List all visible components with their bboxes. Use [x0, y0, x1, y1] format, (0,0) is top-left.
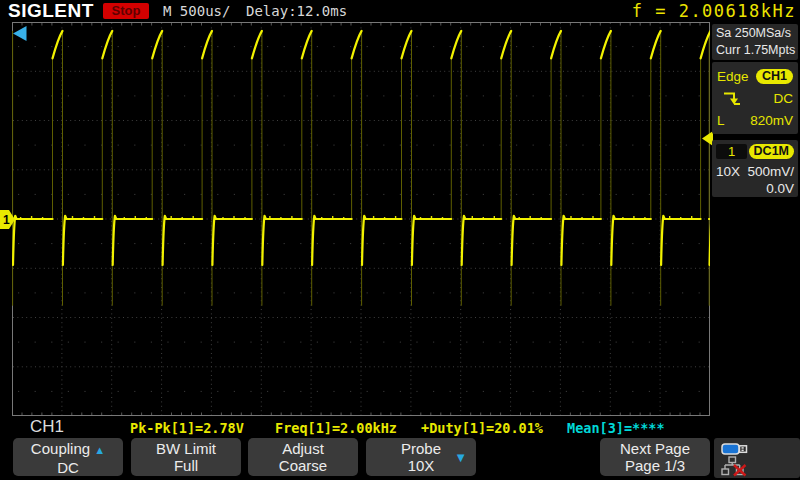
softkey-bw-limit[interactable]: BW Limit Full [131, 438, 241, 476]
trigger-position-arrow-icon[interactable] [12, 25, 28, 42]
channel1-offset-marker[interactable]: 1 [0, 210, 16, 229]
softkey-probe[interactable]: Probe 10X ▼ [366, 438, 476, 476]
falling-edge-icon [723, 90, 747, 107]
measurement-pkpk: Pk-Pk[1]=2.78V [130, 420, 244, 436]
oscilloscope-screen: SIGLENT Stop M 500us/ Delay:12.0ms f = 2… [0, 0, 800, 480]
measurement-duty: +Duty[1]=20.01% [421, 420, 543, 436]
softkey-coupling-label: Coupling [31, 440, 90, 457]
softkey-bw-limit-value: Full [131, 457, 241, 474]
channel1-info-box[interactable]: 1 DC1M 10X 500mV/ 0.0V [712, 140, 798, 197]
measure-channel-label: CH1 [30, 417, 64, 437]
trigger-type-label: Edge [717, 69, 749, 84]
siglent-logo: SIGLENT [8, 0, 94, 22]
trigger-info-box[interactable]: Edge CH1 DC L 820mV [712, 62, 798, 134]
softkey-next-page-label: Next Page [600, 440, 710, 457]
chevron-up-icon: ▲ [94, 444, 105, 456]
status-icon-panel [714, 438, 800, 478]
trigger-source-badge: CH1 [756, 69, 793, 84]
chevron-down-icon: ▼ [454, 450, 467, 465]
measurement-mean: Mean[3]=**** [567, 420, 665, 436]
channel-coupling-chip: DC1M [749, 144, 794, 159]
softkey-next-page[interactable]: Next Page Page 1/3 [600, 438, 710, 476]
softkey-adjust-value: Coarse [248, 457, 358, 474]
vertical-offset: 0.0V [766, 181, 794, 196]
hardware-frequency-counter: f = 2.00618kHz [632, 1, 796, 21]
usb-storage-icon [721, 441, 751, 457]
softkey-adjust-label: Adjust [248, 440, 358, 457]
probe-attenuation: 10X [716, 164, 740, 179]
softkey-coupling-value: DC [13, 459, 123, 476]
softkey-next-page-value: Page 1/3 [600, 457, 710, 474]
measurement-freq: Freq[1]=2.00kHz [275, 420, 397, 436]
lan-disconnected-icon [721, 456, 747, 477]
trigger-level-label: L [717, 113, 725, 128]
sample-rate: Sa 250MSa/s [716, 25, 798, 42]
channel-number-chip: 1 [716, 144, 747, 159]
softkey-coupling[interactable]: Coupling ▲ DC [13, 438, 123, 476]
trigger-level-value: 820mV [750, 113, 793, 128]
softkey-adjust[interactable]: Adjust Coarse [248, 438, 358, 476]
memory-depth: Curr 1.75Mpts [716, 42, 798, 59]
trigger-coupling: DC [774, 91, 794, 106]
acquisition-info-box: Sa 250MSa/s Curr 1.75Mpts [712, 24, 798, 60]
run-state-badge[interactable]: Stop [103, 3, 149, 19]
waveform-display[interactable] [12, 22, 710, 416]
timebase-readout: M 500us/ [163, 3, 230, 19]
softkey-bw-limit-label: BW Limit [131, 440, 241, 457]
delay-readout: Delay:12.0ms [246, 3, 347, 19]
waveform-svg [12, 22, 710, 416]
svg-text:1: 1 [3, 213, 10, 227]
vertical-scale: 500mV/ [747, 164, 794, 179]
